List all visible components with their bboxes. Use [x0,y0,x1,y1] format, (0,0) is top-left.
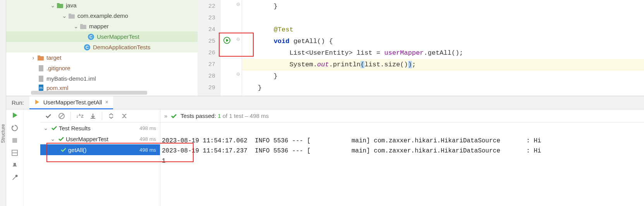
project-tree[interactable]: ⌄ java ⌄ com.example.demo ⌄ mapper C Use… [0,0,197,96]
duration-label: 498 ms [139,136,156,142]
test-toolbar: ↓ᴬᴢ [40,109,160,123]
file-icon [38,75,44,82]
tree-node-package[interactable]: ⌄ com.example.demo [6,10,197,21]
tree-node-demo-app-tests[interactable]: C DemoApplicationTests [6,42,197,52]
console-line: 2023-08-19 11:54:17.237 INFO 5536 --- [ … [162,147,541,154]
maven-icon: m [38,84,44,91]
folder-icon [57,2,64,9]
top-split: ⌄ java ⌄ com.example.demo ⌄ mapper C Use… [0,0,644,96]
svg-marker-19 [13,113,17,118]
run-body: ↓ᴬᴢ ⌄ Test Results 498 ms ⌄ [6,109,644,206]
line-number: 26 [197,47,215,59]
class-icon: C [88,33,94,40]
rerun-button[interactable] [11,112,18,120]
chevron-right-icon: › [29,54,37,61]
tree-label: myBatis-demo1.iml [46,75,96,82]
stop-button[interactable] [12,137,18,145]
svg-rect-1 [57,3,60,5]
console-output[interactable]: 2023-08-19 11:54:17.062 INFO 5536 --- [ … [160,123,644,206]
run-test-gutter-icon[interactable] [223,36,231,45]
fold-marker-icon[interactable]: ⊖ [236,71,240,77]
rerun-failed-button[interactable] [11,125,18,133]
line-number: 23 [197,12,215,24]
svg-rect-5 [80,24,83,26]
line-number: 29 [197,82,215,94]
fold-marker-icon[interactable]: ⊖ [236,2,240,7]
tree-label: java [66,2,77,9]
horizontal-scrollbar[interactable] [31,91,147,95]
svg-rect-13 [39,76,43,82]
check-icon [58,136,64,142]
line-number: 27 [197,59,215,71]
code-line: } [242,82,644,94]
run-tab-title: UserMapperTest.getAll [43,99,102,106]
check-icon [60,147,67,153]
settings-wrench-icon[interactable] [11,174,18,182]
code-line: System.out.println(list.size()); [242,59,644,71]
duration-label: 498 ms [139,125,156,131]
check-icon [51,125,57,131]
test-results-tree[interactable]: ⌄ Test Results 498 ms ⌄ UserMapperTest 4… [40,123,160,206]
tree-label: mapper [89,23,109,29]
tree-node-java[interactable]: ⌄ java [6,0,197,10]
tests-passed-label: Tests passed: [180,113,218,119]
tree-node-iml[interactable]: myBatis-demo1.iml [6,73,197,84]
svg-marker-18 [35,100,39,104]
test-results-root[interactable]: ⌄ Test Results 498 ms [40,123,160,133]
show-ignored-button[interactable] [56,111,67,121]
pin-button[interactable] [12,162,18,170]
line-number: 28 [197,71,215,82]
separator [102,112,102,120]
expand-all-button[interactable] [105,111,117,121]
run-controls-column [6,109,23,206]
tree-label: pom.xml [46,85,69,91]
tree-node-target[interactable]: › target [6,52,197,63]
collapse-all-button[interactable] [118,111,130,121]
code-content[interactable]: } @Test void getAll() { List<UserEntity>… [242,0,644,96]
tree-node-pom[interactable]: m pom.xml [6,84,197,92]
tree-label: DemoApplicationTests [93,44,150,50]
console-line: 1 [162,158,166,164]
chevron-down-icon: ⌄ [42,125,50,132]
tree-node-gitignore[interactable]: .gitignore [6,63,197,73]
tree-node-mapper[interactable]: ⌄ mapper [6,21,197,31]
console-panel: » Tests passed: 1 of 1 test – 498 ms 202… [160,109,644,206]
run-label: Run: [6,99,29,106]
test-results-panel: ↓ᴬᴢ ⌄ Test Results 498 ms ⌄ [40,109,160,206]
gutter-icons: ⊖ ⊖ ⊖ [221,0,242,96]
chevron-down-icon: ⌄ [49,2,57,9]
run-tool-window: Run: UserMapperTest.getAll × ↓ᴬᴢ [6,96,644,206]
fold-marker-icon[interactable]: ⊖ [236,36,240,42]
tree-node-user-mapper-test[interactable]: C UserMapperTest [6,31,197,42]
svg-rect-21 [12,138,17,143]
folder-icon [37,55,44,61]
tree-label: target [46,54,61,61]
code-line: List<UserEntity> list = userMapper.getAl… [242,47,644,59]
test-node-label: Test Results [59,125,91,132]
package-icon [80,23,87,29]
chevron-down-icon: ⌄ [49,135,57,142]
layout-button[interactable] [11,149,18,158]
class-icon: C [84,44,91,51]
show-passed-button[interactable] [43,111,54,121]
structure-tool-window-button[interactable]: Structure [0,124,6,143]
test-class-node[interactable]: ⌄ UserMapperTest 498 ms [40,133,160,144]
test-method-node[interactable]: getAll() 498 ms [40,144,160,155]
svg-rect-12 [39,65,43,71]
svg-marker-17 [226,39,228,42]
console-line: 2023-08-19 11:54:17.062 INFO 5536 --- [ … [162,137,541,144]
code-editor[interactable]: 22 23 24 25 26 27 28 29 ⊖ ⊖ ⊖ } @Test vo… [197,0,644,96]
line-number: 22 [197,1,215,12]
more-icon[interactable]: » [164,113,167,119]
sort-button[interactable]: ↓ᴬᴢ [74,111,86,121]
line-number: 24 [197,24,215,36]
test-controls-column [23,109,40,206]
close-icon[interactable]: × [105,99,108,105]
svg-rect-3 [69,14,71,15]
import-tests-button[interactable] [87,111,99,121]
run-tab[interactable]: UserMapperTest.getAll × [29,96,113,109]
run-tabs-bar: Run: UserMapperTest.getAll × [6,96,644,109]
svg-text:C: C [89,35,93,39]
left-tool-stripe: Structure [0,0,6,206]
code-line: @Test [242,24,644,36]
